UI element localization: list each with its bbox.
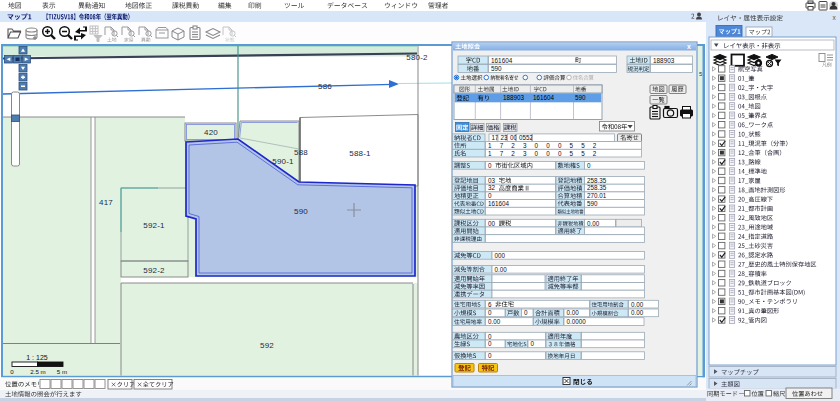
svg-text:0: 0 (488, 162, 492, 169)
svg-text:0.0000: 0.0000 (567, 318, 587, 325)
svg-text:270.01: 270.01 (587, 192, 607, 199)
svg-text:592: 592 (260, 341, 274, 350)
svg-text:590: 590 (587, 200, 598, 207)
svg-text:03: 03 (488, 177, 496, 184)
svg-text:6: 6 (488, 301, 492, 308)
svg-text:1 : 125: 1 : 125 (26, 354, 48, 361)
svg-text:590: 590 (575, 94, 586, 101)
svg-text:0: 0 (488, 309, 492, 316)
svg-text:161604: 161604 (491, 57, 513, 64)
svg-text:000: 000 (495, 252, 506, 259)
svg-text:2.5 m: 2.5 m (30, 368, 45, 375)
svg-text:592-2: 592-2 (143, 266, 165, 275)
svg-text:0552: 0552 (519, 134, 534, 141)
svg-text:588-1: 588-1 (349, 149, 371, 158)
svg-text:5 m: 5 m (57, 368, 67, 375)
svg-text:0: 0 (531, 340, 535, 347)
svg-text:590: 590 (491, 65, 502, 72)
svg-text:258.35: 258.35 (587, 184, 607, 191)
svg-text:188903: 188903 (653, 57, 675, 64)
svg-text:0: 0 (488, 192, 492, 199)
svg-text:590: 590 (294, 207, 308, 216)
svg-text:420: 420 (204, 128, 218, 137)
svg-text:592-1: 592-1 (143, 221, 165, 230)
svg-text:0: 0 (587, 162, 591, 169)
svg-text:32: 32 (488, 184, 496, 191)
svg-text:0: 0 (10, 368, 14, 375)
svg-text:23: 23 (501, 134, 509, 141)
svg-text:161604: 161604 (488, 200, 510, 207)
svg-text:188903: 188903 (503, 94, 525, 101)
svg-text:0.00: 0.00 (567, 309, 580, 316)
svg-text:161604: 161604 (533, 94, 555, 101)
svg-text:586: 586 (318, 82, 332, 91)
svg-text:1 7 2 3 0 0 0 5 5 2: 1 7 2 3 0 0 0 5 5 2 (488, 150, 600, 157)
svg-text:258.35: 258.35 (587, 177, 607, 184)
svg-text:0.00: 0.00 (631, 309, 644, 316)
svg-text:0: 0 (488, 333, 492, 340)
svg-text:x: x (687, 43, 691, 50)
svg-text:0: 0 (524, 309, 528, 316)
svg-text:0.00: 0.00 (631, 301, 644, 308)
svg-text:0: 0 (488, 340, 492, 347)
svg-text:588: 588 (294, 148, 308, 157)
svg-text:0: 0 (488, 352, 492, 359)
svg-text:590-1: 590-1 (272, 157, 294, 166)
svg-text:417: 417 (99, 198, 113, 207)
svg-text:0.00: 0.00 (495, 266, 508, 273)
svg-text:580-2: 580-2 (406, 53, 428, 62)
svg-text:1 7 2 3 0 0 0 5 5 2: 1 7 2 3 0 0 0 5 5 2 (488, 142, 600, 149)
svg-text:0.00: 0.00 (488, 318, 501, 325)
svg-text:0.00: 0.00 (587, 220, 600, 227)
svg-text:00: 00 (488, 220, 496, 227)
